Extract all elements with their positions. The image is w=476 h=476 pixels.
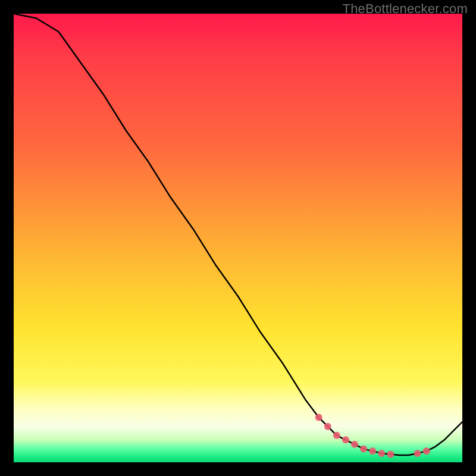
chart-container: TheBottlenecker.com <box>0 0 476 476</box>
marker-dot <box>324 423 331 430</box>
marker-dot <box>315 414 322 421</box>
plot-area <box>14 14 462 462</box>
curve-markers <box>315 414 430 458</box>
marker-dot <box>414 450 421 457</box>
marker-dot <box>369 447 376 455</box>
curve-overlay <box>14 14 462 462</box>
bottleneck-curve <box>14 14 462 455</box>
marker-dot <box>351 441 358 448</box>
watermark: TheBottlenecker.com <box>343 1 468 17</box>
marker-dot <box>342 436 349 443</box>
marker-dot <box>423 447 430 455</box>
marker-dot <box>333 432 340 439</box>
marker-dot <box>360 445 367 452</box>
marker-dot <box>387 450 394 458</box>
marker-dot <box>378 450 385 457</box>
